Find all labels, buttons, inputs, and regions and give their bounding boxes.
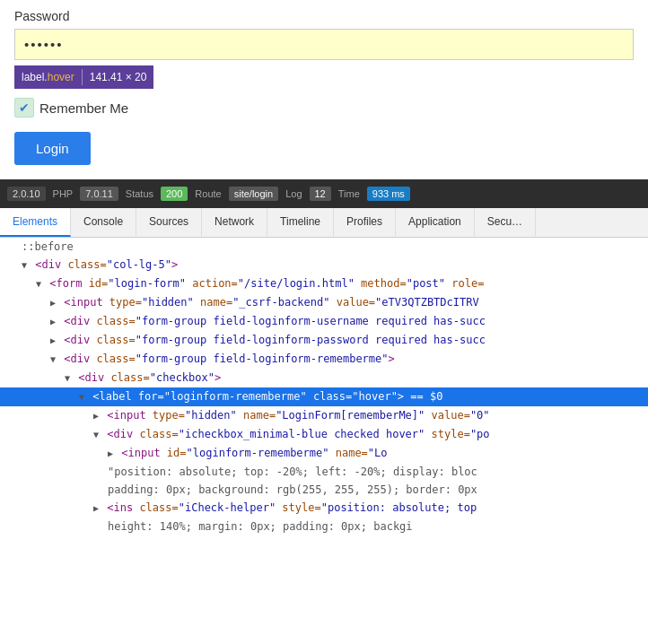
expand-triangle[interactable]: ▼ xyxy=(65,373,70,383)
route-value-badge: site/login xyxy=(229,187,278,201)
form-section: Password label.hover 141.41 × 20 ✔ Remem… xyxy=(0,0,648,179)
code-line-rememberme-group: ▼ <div class="form-group field-loginform… xyxy=(0,350,648,369)
code-line-input-hidden: ▶ <input type="hidden" name="LoginForm[r… xyxy=(0,406,648,425)
devtools-tabs: Elements Console Sources Network Timelin… xyxy=(0,208,648,238)
tab-timeline[interactable]: Timeline xyxy=(267,208,334,237)
tab-network[interactable]: Network xyxy=(202,208,267,237)
code-line-input-csrf: ▶ <input type="hidden" name="_csrf-backe… xyxy=(0,293,648,312)
tab-elements[interactable]: Elements xyxy=(0,208,71,237)
route-label: Route xyxy=(195,188,221,199)
password-input-wrapper: label.hover 141.41 × 20 xyxy=(14,29,634,60)
remember-me-label: Remember Me xyxy=(39,100,128,116)
login-button[interactable]: Login xyxy=(14,132,91,165)
code-line-icheckbox: ▼ <div class="icheckbox_minimal-blue che… xyxy=(0,425,648,444)
code-line-input-rememberme: ▶ <input id="loginform-rememberme" name=… xyxy=(0,444,648,463)
code-line-checkbox: ▼ <div class="checkbox"> xyxy=(0,369,648,387)
status-200-badge: 200 xyxy=(161,187,188,201)
log-label: Log xyxy=(285,188,302,199)
code-line-style-1: "position: absolute; top: -20%; left: -2… xyxy=(0,463,648,481)
tooltip-separator xyxy=(82,69,83,85)
tooltip-label-part: label xyxy=(22,71,44,83)
expand-triangle[interactable]: ▼ xyxy=(93,430,99,439)
remember-me-row: ✔ Remember Me xyxy=(14,98,634,117)
password-input[interactable] xyxy=(14,29,634,60)
tab-profiles[interactable]: Profiles xyxy=(334,208,396,237)
remember-checkbox-wrapper[interactable]: ✔ xyxy=(14,98,34,117)
expand-triangle-closed[interactable]: ▶ xyxy=(50,298,56,308)
status-label: Status xyxy=(126,188,153,199)
expand-triangle-closed[interactable]: ▶ xyxy=(108,448,113,458)
code-line-username: ▶ <div class="form-group field-loginform… xyxy=(0,312,648,331)
password-label: Password xyxy=(14,9,634,23)
expand-triangle-closed[interactable]: ▶ xyxy=(50,335,56,345)
code-line-icheck-helper: ▶ <ins class="iCheck-helper" style="posi… xyxy=(0,499,648,518)
tab-sources[interactable]: Sources xyxy=(136,208,202,237)
checkmark-icon: ✔ xyxy=(19,100,30,115)
tooltip-badge: label.hover 141.41 × 20 xyxy=(14,65,153,89)
code-line-before: ::before xyxy=(0,238,648,256)
devtools-content: ::before ▼ <div class="col-lg-5"> ▼ <for… xyxy=(0,238,648,535)
version-badge: 2.0.10 xyxy=(7,187,46,201)
code-line-form: ▼ <form id="login-form" action="/site/lo… xyxy=(0,274,648,293)
php-label: PHP xyxy=(53,188,74,199)
expand-triangle-closed[interactable]: ▶ xyxy=(93,503,99,513)
dev-toolbar: 2.0.10 PHP 7.0.11 Status 200 Route site/… xyxy=(0,179,648,208)
tab-console[interactable]: Console xyxy=(71,208,136,237)
code-line-col-lg-5: ▼ <div class="col-lg-5"> xyxy=(0,256,648,274)
expand-triangle-closed[interactable]: ▶ xyxy=(50,317,56,326)
expand-triangle[interactable]: ▼ xyxy=(22,260,27,270)
code-line-style-3: height: 140%; margin: 0px; padding: 0px;… xyxy=(0,518,648,535)
time-value-badge: 933 ms xyxy=(367,187,410,201)
log-count-badge: 12 xyxy=(310,187,331,201)
tooltip-hover-part: hover xyxy=(48,71,74,83)
tab-application[interactable]: Application xyxy=(396,208,475,237)
expand-triangle[interactable]: ▼ xyxy=(36,279,41,289)
time-label: Time xyxy=(338,188,360,199)
expand-triangle-closed[interactable]: ▶ xyxy=(93,411,99,421)
expand-triangle[interactable]: ▼ xyxy=(50,354,56,364)
php-version-badge: 7.0.11 xyxy=(80,187,118,201)
code-line-style-2: padding: 0px; background: rgb(255, 255, … xyxy=(0,481,648,499)
code-line-password: ▶ <div class="form-group field-loginform… xyxy=(0,331,648,350)
code-line-label-highlighted[interactable]: ▼ <label for="loginform-rememberme" clas… xyxy=(0,387,648,406)
tooltip-size: 141.41 × 20 xyxy=(90,71,147,83)
tab-security[interactable]: Secu… xyxy=(475,208,536,237)
